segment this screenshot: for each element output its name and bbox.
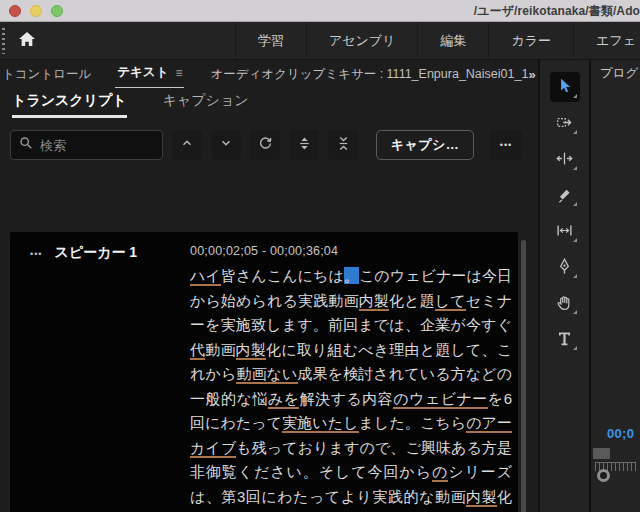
tab-overflow-chevron-icon[interactable]: » bbox=[528, 67, 538, 82]
create-captions-button[interactable]: キャプシ… bbox=[376, 130, 474, 160]
program-timecode[interactable]: 00;0 bbox=[607, 426, 634, 441]
transcript-list[interactable]: ••• スピーカー 1 00;00;02;05 - 00;00;36;04 ハイ… bbox=[10, 232, 518, 512]
workspace-tab-label: エフェ bbox=[596, 32, 636, 50]
window-title: /ユーザ/reikotanaka/書類/Ado bbox=[474, 3, 640, 20]
transcript-toolbar: キャプシ… ••• bbox=[0, 118, 538, 172]
search-icon bbox=[19, 136, 33, 154]
search-input[interactable] bbox=[40, 138, 140, 153]
zoom-window-button[interactable] bbox=[51, 5, 63, 17]
type-tool[interactable] bbox=[550, 326, 580, 354]
text-panel-subtabs: トランスクリプト キャプション bbox=[0, 88, 538, 118]
selection-arrow-icon bbox=[556, 77, 573, 98]
workspace-tab-assembly[interactable]: アセンブリ bbox=[306, 22, 418, 60]
minimize-window-button[interactable] bbox=[30, 5, 42, 17]
expand-triangles-icon bbox=[297, 136, 312, 155]
workspace-tab-label: アセンブリ bbox=[329, 32, 396, 50]
workspace-tab-editing[interactable]: 編集 bbox=[417, 22, 488, 60]
segment-timecode: 00;00;02;05 - 00;00;36;04 bbox=[190, 244, 512, 258]
panel-grabber bbox=[2, 28, 5, 54]
hand-icon bbox=[556, 294, 573, 315]
transcript-text[interactable]: ハイ皆さんこんにちは。このウェビナーは今日から始められる実践動画内製化と題してセ… bbox=[190, 264, 512, 512]
tab-text[interactable]: テキスト ≡ bbox=[115, 60, 184, 88]
expand-all-button[interactable] bbox=[289, 130, 319, 160]
tab-effect-controls[interactable]: トコントロール bbox=[2, 66, 91, 83]
workspace-tabs: 学習 アセンブリ 編集 カラー エフェ bbox=[235, 22, 640, 60]
workspace-tab-label: 編集 bbox=[440, 32, 466, 50]
previous-match-button[interactable] bbox=[172, 130, 202, 160]
tab-audio-clip-mixer[interactable]: オーディオクリップミキサー : 1111_Enpura_Naisei01_1 bbox=[210, 66, 528, 83]
playhead-knob[interactable] bbox=[597, 469, 610, 482]
text-panel: トコントロール テキスト ≡ オーディオクリップミキサー : 1111_Enpu… bbox=[0, 60, 540, 512]
premiere-pro-window: /ユーザ/reikotanaka/書類/Ado 学習 アセンブリ 編集 カラー … bbox=[0, 0, 640, 512]
collapse-all-button[interactable] bbox=[328, 130, 358, 160]
workspace-tab-label: カラー bbox=[511, 32, 551, 50]
home-button[interactable] bbox=[14, 29, 40, 53]
tab-text-label: テキスト bbox=[117, 64, 168, 81]
panel-tab-row: トコントロール テキスト ≡ オーディオクリップミキサー : 1111_Enpu… bbox=[0, 60, 538, 88]
slip-icon bbox=[556, 222, 573, 243]
macos-titlebar: /ユーザ/reikotanaka/書類/Ado bbox=[0, 0, 640, 22]
tools-panel bbox=[540, 60, 591, 512]
workspace-tab-effects[interactable]: エフェ bbox=[573, 22, 640, 60]
razor-tool[interactable] bbox=[550, 182, 580, 210]
subtab-caption[interactable]: キャプション bbox=[163, 92, 249, 118]
refresh-icon bbox=[258, 136, 273, 155]
search-box[interactable] bbox=[10, 130, 163, 160]
chevron-down-icon bbox=[219, 136, 233, 154]
selection-tool[interactable] bbox=[550, 72, 580, 102]
ripple-edit-tool[interactable] bbox=[550, 146, 580, 174]
collapse-chevrons-icon bbox=[336, 136, 351, 155]
workspace-bar: 学習 アセンブリ 編集 カラー エフェ bbox=[0, 22, 640, 60]
chevron-up-icon bbox=[180, 136, 194, 154]
workspace-tab-learning[interactable]: 学習 bbox=[235, 22, 306, 60]
more-options-button[interactable]: ••• bbox=[490, 130, 522, 160]
hand-tool[interactable] bbox=[550, 290, 580, 318]
next-match-button[interactable] bbox=[211, 130, 241, 160]
ripple-edit-icon bbox=[556, 150, 573, 171]
speaker-name: スピーカー 1 bbox=[54, 244, 137, 262]
clip-thumbnail bbox=[593, 448, 610, 459]
home-icon bbox=[18, 31, 36, 51]
speaker-menu-icon[interactable]: ••• bbox=[30, 244, 42, 259]
slip-tool[interactable] bbox=[550, 218, 580, 246]
subtab-transcript[interactable]: トランスクリプト bbox=[12, 92, 127, 118]
panel-menu-icon[interactable]: ≡ bbox=[175, 66, 182, 80]
workspace-tab-label: 学習 bbox=[258, 32, 284, 50]
workspace-tab-color[interactable]: カラー bbox=[488, 22, 573, 60]
pen-tool[interactable] bbox=[550, 254, 580, 282]
transcript-scrollbar[interactable] bbox=[521, 240, 526, 512]
track-select-forward-icon bbox=[556, 114, 573, 135]
program-monitor-panel: プログ 00;0 bbox=[591, 60, 640, 512]
transcript-block: ••• スピーカー 1 00;00;02;05 - 00;00;36;04 ハイ… bbox=[10, 232, 518, 512]
type-t-icon bbox=[556, 330, 573, 351]
tab-program-monitor[interactable]: プログ bbox=[591, 60, 640, 86]
pen-nib-icon bbox=[556, 258, 573, 279]
track-select-forward-tool[interactable] bbox=[550, 110, 580, 138]
razor-blade-icon bbox=[556, 186, 573, 207]
close-window-button[interactable] bbox=[9, 5, 21, 17]
retranscribe-button[interactable] bbox=[250, 130, 280, 160]
